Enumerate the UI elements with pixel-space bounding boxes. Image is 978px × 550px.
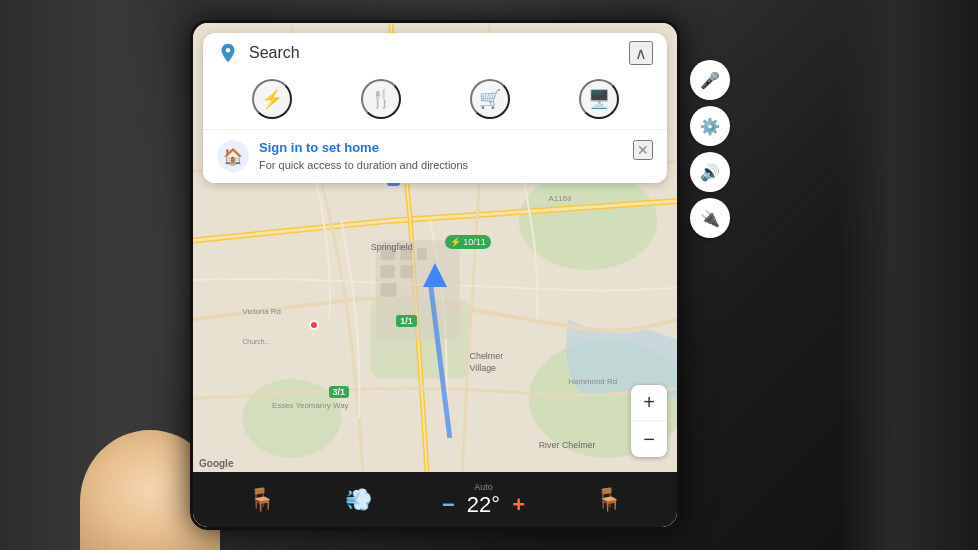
temp-plus-button[interactable]: + (512, 492, 525, 518)
search-panel: Search ∧ ⚡ 🍴 🛒 🖥️ 🏠 Sign in to set home … (203, 33, 667, 183)
microphone-icon: 🎤 (700, 71, 720, 90)
svg-text:Village: Village (470, 363, 497, 373)
svg-rect-13 (381, 283, 397, 297)
charging-icon: 🔌 (700, 209, 720, 228)
svg-point-27 (226, 48, 231, 53)
google-maps-logo (217, 42, 239, 64)
signin-description: For quick access to duration and directi… (259, 158, 623, 173)
home-icon-circle: 🏠 (217, 140, 249, 172)
speaker-icon: 🔊 (700, 163, 720, 182)
category-icons-row: ⚡ 🍴 🛒 🖥️ (203, 73, 667, 130)
shopping-button[interactable]: 🛒 (470, 79, 510, 119)
svg-text:A1168: A1168 (549, 194, 572, 203)
search-collapse-button[interactable]: ∧ (629, 41, 653, 65)
signin-close-button[interactable]: ✕ (633, 140, 653, 160)
route-badge-2: 1/1 (396, 315, 417, 327)
volume-button[interactable]: 🔊 (690, 152, 730, 192)
svg-text:Essex Yeomanry Way: Essex Yeomanry Way (272, 401, 349, 410)
svg-rect-11 (381, 265, 395, 278)
svg-point-3 (519, 171, 657, 270)
zoom-controls: + − (631, 385, 667, 457)
svg-text:Springfield: Springfield (371, 242, 413, 252)
svg-text:River Chelmer: River Chelmer (539, 440, 596, 450)
svg-text:Church...: Church... (242, 338, 270, 345)
gear-icon: ⚙️ (700, 117, 720, 136)
zoom-in-button[interactable]: + (631, 385, 667, 421)
svg-rect-10 (417, 248, 427, 260)
right-sidebar: 🎤 ⚙️ 🔊 🔌 (690, 60, 968, 238)
google-watermark: Google (199, 458, 233, 469)
fan-icon[interactable]: 💨 (345, 487, 372, 513)
signin-text: Sign in to set home For quick access to … (259, 140, 623, 173)
search-header: Search ∧ (203, 33, 667, 73)
signin-title[interactable]: Sign in to set home (259, 140, 623, 155)
voice-button[interactable]: 🎤 (690, 60, 730, 100)
charging-info-button[interactable]: 🔌 (690, 198, 730, 238)
zoom-out-button[interactable]: − (631, 421, 667, 457)
svg-rect-12 (400, 265, 413, 278)
ev-charging-button[interactable]: ⚡ (252, 79, 292, 119)
temp-minus-button[interactable]: − (442, 492, 455, 518)
signin-notification: 🏠 Sign in to set home For quick access t… (203, 130, 667, 183)
search-title: Search (249, 44, 619, 62)
seat-heat-right-icon[interactable]: 🪑 (595, 487, 622, 513)
seat-heat-left-icon[interactable]: 🪑 (248, 487, 275, 513)
svg-text:Hammond Rd: Hammond Rd (568, 377, 617, 386)
navigation-arrow (423, 263, 447, 287)
svg-text:Victoria Rd: Victoria Rd (242, 308, 280, 317)
home-icon: 🏠 (223, 147, 243, 166)
svg-text:Chelmer: Chelmer (470, 351, 504, 361)
tablet-screen: Bloomfield Belstead Hall White Har... Sp… (190, 20, 680, 530)
ev-charge-badge: ⚡ 10/11 (445, 235, 491, 249)
bottom-bar: 🪑 💨 Auto − 22° + 🪑 (193, 472, 677, 527)
temperature-control: Auto − 22° + (442, 482, 525, 518)
temp-controls: − 22° + (442, 492, 525, 518)
restaurants-button[interactable]: 🍴 (361, 79, 401, 119)
other-button[interactable]: 🖥️ (579, 79, 619, 119)
auto-label: Auto (474, 482, 493, 492)
temp-value-display: 22° (467, 492, 500, 518)
route-badge-3: 3/1 (329, 386, 350, 398)
settings-button[interactable]: ⚙️ (690, 106, 730, 146)
